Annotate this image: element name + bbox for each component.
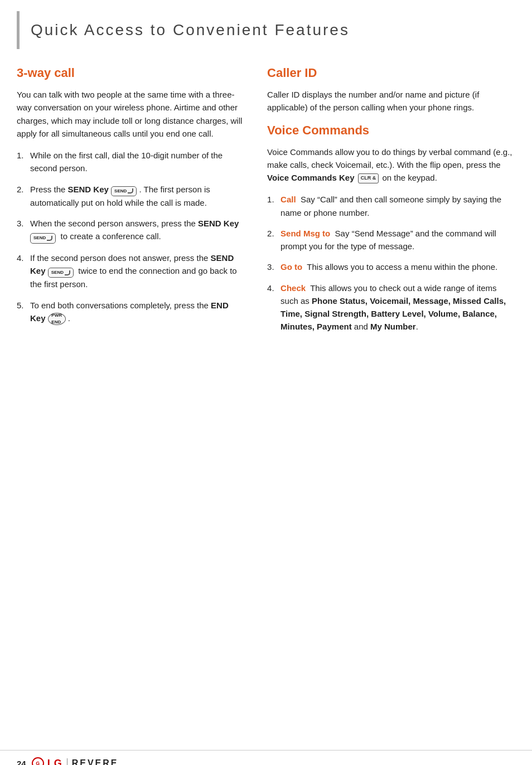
end-key-icon: PWREND: [48, 313, 66, 325]
caller-id-heading: Caller ID: [267, 66, 515, 80]
list-item: 2. Press the SEND Key SEND . The first p…: [17, 183, 245, 210]
send-tail: [47, 236, 52, 241]
step-number: 4.: [267, 282, 277, 294]
step-label: Call: [280, 195, 296, 204]
step-number: 4.: [17, 251, 27, 264]
list-item: 1. While on the first call, dial the 10-…: [17, 149, 245, 175]
right-column: Caller ID Caller ID displays the number …: [256, 66, 515, 341]
step-number: 2.: [17, 183, 27, 196]
revere-logo-text: REVERE: [67, 758, 119, 765]
step-content: If the second person does not answer, pr…: [30, 251, 245, 291]
voice-commands-key-label: Voice Commands Key: [267, 173, 354, 182]
caller-id-text: Caller ID displays the number and/or nam…: [267, 88, 515, 114]
three-way-call-heading: 3-way call: [17, 66, 245, 80]
three-way-call-intro: You can talk with two people at the same…: [17, 88, 245, 140]
voice-commands-heading: Voice Commands: [267, 123, 515, 138]
step-content: To end both conversations completely, pr…: [30, 299, 245, 325]
send-tail: [65, 270, 70, 275]
footer-logo: G LG REVERE: [32, 757, 119, 765]
step-content: Call Say “Call” and then call someone si…: [280, 193, 515, 219]
clr-key-icon: CLR &: [358, 173, 379, 183]
list-item: 1. Call Say “Call” and then call someone…: [267, 193, 515, 219]
step-label: Send Msg to: [280, 229, 330, 238]
voice-commands-intro: Voice Commands allow you to do things by…: [267, 146, 515, 185]
page-number: 24: [17, 759, 26, 766]
list-item: 4. If the second person does not answer,…: [17, 251, 245, 291]
step-number: 2.: [267, 227, 277, 240]
step-number: 1.: [267, 193, 277, 206]
step-content: Press the SEND Key SEND . The first pers…: [30, 183, 245, 210]
left-column: 3-way call You can talk with two people …: [17, 66, 256, 341]
step-number: 3.: [17, 217, 27, 230]
bold-text: My Number: [370, 322, 416, 331]
send-label: SEND: [33, 235, 46, 241]
send-key-icon: SEND: [30, 233, 56, 243]
step-number: 3.: [267, 260, 277, 273]
step-content: While on the first call, dial the 10-dig…: [30, 149, 245, 175]
step-number: 5.: [17, 299, 27, 312]
page-header: Quick Access to Convenient Features: [17, 11, 515, 49]
step-content: Check This allows you to check out a wid…: [280, 282, 515, 333]
list-item: 2. Send Msg to Say “Send Message” and th…: [267, 227, 515, 253]
bold-text: SEND Key: [198, 219, 239, 228]
bold-text: SEND Key: [68, 185, 109, 194]
list-item: 3. When the second person answers, press…: [17, 217, 245, 244]
lg-circle-icon: G: [32, 757, 44, 765]
list-item: 5. To end both conversations completely,…: [17, 299, 245, 325]
lg-circle-letter: G: [36, 761, 40, 765]
page-title: Quick Access to Convenient Features: [31, 21, 499, 39]
step-label: Go to: [280, 262, 302, 272]
step-content: When the second person answers, press th…: [30, 217, 245, 244]
step-number: 1.: [17, 149, 27, 162]
end-label: PWREND: [51, 312, 62, 326]
send-label: SEND: [114, 188, 127, 195]
lg-logo-text: LG: [47, 758, 62, 766]
send-key-icon: SEND: [111, 186, 137, 196]
send-label: SEND: [51, 269, 64, 276]
step-content: Go to This allows you to access a menu w…: [280, 260, 515, 273]
list-item: 4. Check This allows you to check out a …: [267, 282, 515, 333]
page-container: Quick Access to Convenient Features 3-wa…: [0, 11, 532, 765]
voice-commands-steps: 1. Call Say “Call” and then call someone…: [267, 193, 515, 333]
send-key-icon: SEND: [48, 268, 74, 278]
step-content: Send Msg to Say “Send Message” and the c…: [280, 227, 515, 253]
send-tail: [128, 188, 133, 193]
list-item: 3. Go to This allows you to access a men…: [267, 260, 515, 273]
step-label: Check: [280, 283, 306, 293]
content-area: 3-way call You can talk with two people …: [0, 66, 532, 341]
page-footer: 24 G LG REVERE: [0, 750, 532, 765]
three-way-call-steps: 1. While on the first call, dial the 10-…: [17, 149, 245, 325]
